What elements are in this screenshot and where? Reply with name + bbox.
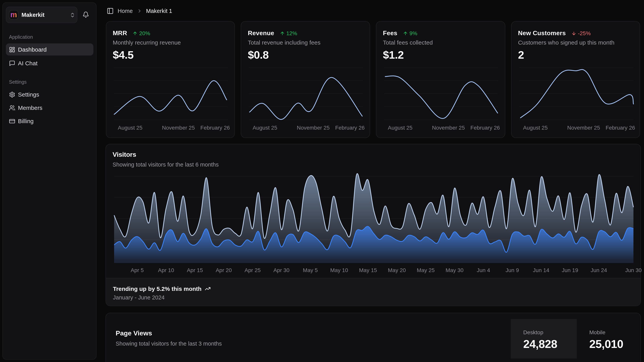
svg-text:May 15: May 15 — [359, 267, 377, 273]
svg-text:Apr 25: Apr 25 — [245, 267, 261, 273]
svg-text:February 26: February 26 — [335, 125, 365, 131]
svg-text:November 25: November 25 — [432, 125, 465, 131]
svg-text:Jun 4: Jun 4 — [477, 267, 490, 273]
svg-text:Jun 24: Jun 24 — [591, 267, 607, 273]
svg-text:Apr 15: Apr 15 — [187, 267, 203, 273]
svg-text:Jun 19: Jun 19 — [562, 267, 578, 273]
svg-text:February 26: February 26 — [200, 125, 230, 131]
svg-text:November 25: November 25 — [567, 125, 600, 131]
svg-text:Apr 5: Apr 5 — [131, 267, 144, 273]
svg-text:May 25: May 25 — [417, 267, 435, 273]
svg-text:Apr 20: Apr 20 — [216, 267, 232, 273]
svg-text:November 25: November 25 — [297, 125, 330, 131]
svg-text:August 25: August 25 — [118, 125, 142, 131]
svg-text:May 20: May 20 — [388, 267, 406, 273]
svg-text:May 30: May 30 — [446, 267, 464, 273]
svg-text:Jun 14: Jun 14 — [533, 267, 549, 273]
svg-text:Apr 10: Apr 10 — [158, 267, 174, 273]
svg-text:August 25: August 25 — [388, 125, 412, 131]
svg-text:November 25: November 25 — [162, 125, 194, 131]
svg-text:May 10: May 10 — [330, 267, 348, 273]
svg-text:August 25: August 25 — [523, 125, 548, 131]
svg-text:Jun 30: Jun 30 — [625, 267, 642, 273]
svg-text:February 26: February 26 — [470, 125, 500, 131]
svg-text:Jun 9: Jun 9 — [506, 267, 519, 273]
svg-text:Apr 30: Apr 30 — [273, 267, 290, 273]
svg-text:February 26: February 26 — [606, 125, 635, 131]
svg-text:August 25: August 25 — [253, 125, 277, 131]
svg-text:May 5: May 5 — [303, 267, 318, 273]
